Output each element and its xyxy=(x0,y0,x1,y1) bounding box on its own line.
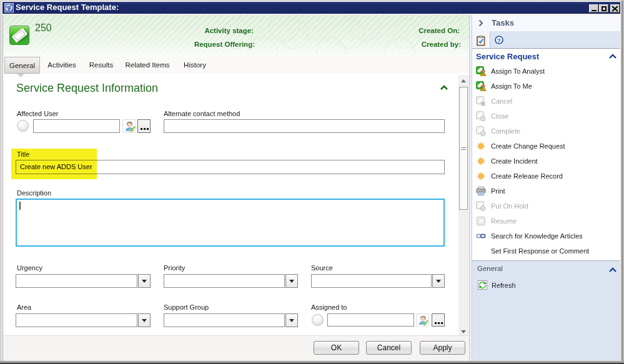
svg-text:?: ? xyxy=(497,37,501,44)
